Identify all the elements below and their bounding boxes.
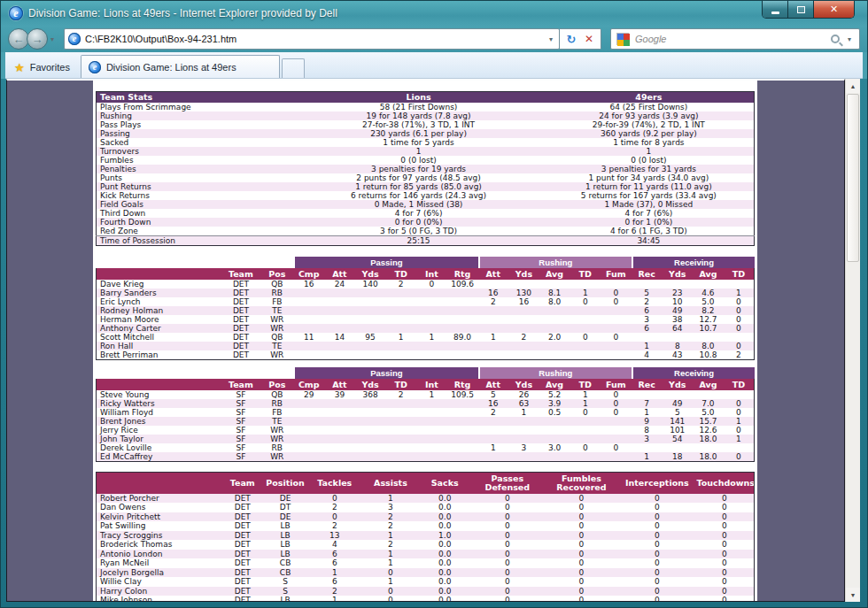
- cell-value: 0: [724, 297, 755, 306]
- cell-value: [508, 324, 539, 333]
- cell-value: 360 yards (9.2 per play): [544, 129, 755, 138]
- cell-value: 0: [695, 540, 755, 550]
- cell-value: [385, 399, 416, 408]
- new-tab-button[interactable]: [282, 58, 305, 78]
- cell-value: 0: [362, 596, 418, 602]
- cell-value: 8.0: [693, 342, 724, 350]
- minimize-icon: [771, 12, 779, 14]
- cell-value: SF: [221, 452, 261, 462]
- active-tab[interactable]: e Division Game: Lions at 49ers: [81, 55, 280, 78]
- cell-value: 0.0: [419, 550, 471, 559]
- blank-header-cell: [97, 268, 221, 280]
- table-row: Pass Plays27-for-38 (71%), 3 TD, 1 INT29…: [97, 120, 755, 129]
- cell-value: 29: [293, 390, 324, 399]
- cell-value: 8.2: [693, 306, 724, 315]
- cell-value: [385, 417, 416, 426]
- cell-value: [477, 342, 508, 350]
- close-button[interactable]: ✕: [814, 1, 854, 18]
- vertical-scrollbar[interactable]: ▲ ▼: [845, 79, 860, 602]
- favorites-button[interactable]: ★ Favorites: [5, 57, 81, 78]
- stop-button[interactable]: ✕: [580, 33, 598, 45]
- cell-value: [416, 289, 447, 297]
- search-box[interactable]: Google ▾: [610, 28, 860, 50]
- scroll-up-button[interactable]: ▲: [846, 79, 860, 93]
- cell-value: 11: [293, 333, 324, 342]
- back-icon: ←: [13, 33, 25, 46]
- cell-value: 0: [619, 587, 694, 596]
- table-row: William FloydSFFB210.500155.00: [97, 408, 755, 417]
- close-icon: ✕: [830, 4, 838, 15]
- player-name: Willie Clay: [97, 577, 221, 587]
- forward-button[interactable]: →: [27, 28, 48, 50]
- cell-value: 1: [632, 342, 663, 350]
- search-options-dropdown[interactable]: ▾: [848, 35, 851, 43]
- cell-value: DET: [221, 531, 264, 541]
- cell-value: [508, 417, 539, 426]
- cell-value: [324, 435, 355, 443]
- cell-value: DE: [264, 512, 306, 522]
- cell-value: 0.0: [419, 568, 471, 578]
- table-row: Harry ColonDETS200.00000: [97, 587, 755, 596]
- player-name: Kick Returns: [97, 191, 294, 200]
- recent-pages-dropdown[interactable]: ▾: [50, 35, 54, 43]
- cell-value: [416, 306, 447, 315]
- cell-value: [293, 324, 324, 333]
- player-name: William Floyd: [97, 408, 221, 417]
- table-row: Jocelyn BorgellaDETCB100.00000: [97, 568, 755, 578]
- search-magnifier-icon[interactable]: [831, 35, 840, 43]
- cell-value: 24: [324, 280, 355, 289]
- cell-value: 0: [570, 443, 601, 452]
- cell-value: 1 Made (37), 0 Missed: [544, 200, 755, 209]
- cell-value: DET: [221, 333, 261, 342]
- column-header: Yds: [662, 379, 693, 390]
- cell-value: [570, 315, 601, 324]
- table-row: Punts2 punts for 97 yards (48.5 avg)1 pu…: [97, 173, 755, 182]
- cell-value: 3 penalties for 31 yards: [544, 165, 755, 173]
- search-input[interactable]: Google: [635, 34, 831, 44]
- table-row: Ryan McNeilDETCB610.00000: [97, 558, 755, 568]
- cell-value: 49: [662, 306, 693, 315]
- player-name: Punt Returns: [97, 182, 294, 191]
- table-row: Sacked1 time for 5 yards1 time for 8 yar…: [97, 138, 755, 147]
- cell-value: 0: [695, 531, 755, 541]
- cell-value: [539, 350, 570, 360]
- scrollbar-thumb[interactable]: [847, 94, 859, 262]
- cell-value: [693, 333, 724, 342]
- table-row: Fumbles0 (0 lost)0 (0 lost): [97, 156, 755, 165]
- player-name: Brett Perriman: [97, 350, 221, 360]
- address-text[interactable]: C:\FB2K10\Output\Box-94-231.htm: [85, 34, 546, 44]
- cell-value: [355, 350, 386, 360]
- cell-value: 1: [306, 596, 362, 602]
- address-dropdown-icon[interactable]: ▾: [549, 35, 553, 43]
- address-bar[interactable]: e C:\FB2K10\Output\Box-94-231.htm ▾: [64, 28, 560, 50]
- cell-value: [293, 289, 324, 297]
- minimize-button[interactable]: [763, 1, 788, 18]
- cell-value: 25:15: [293, 236, 543, 246]
- cell-value: DET: [221, 494, 264, 504]
- cell-value: 54: [662, 435, 693, 443]
- cell-value: 23: [662, 289, 693, 297]
- column-header: Rtg: [447, 379, 478, 390]
- cell-value: 0: [471, 596, 544, 602]
- title-bar[interactable]: e Division Game: Lions at 49ers - Intern…: [1, 1, 867, 26]
- cell-value: 1: [416, 390, 447, 399]
- receiving-group-header: Receiving: [633, 257, 755, 268]
- cell-value: 0: [619, 540, 694, 550]
- window-controls: ✕: [762, 1, 855, 19]
- team-stats-body: Plays From Scrimmage58 (21 First Downs)6…: [97, 103, 755, 246]
- cell-value: 8: [662, 342, 693, 350]
- column-header: Int: [416, 379, 447, 390]
- player-name: Red Zone: [97, 227, 294, 236]
- cell-value: [724, 390, 755, 399]
- column-header: Avg: [539, 268, 570, 280]
- table-row: Ricky WattersSFRB16633.9107497.00: [97, 399, 755, 408]
- maximize-button[interactable]: [788, 1, 814, 18]
- cell-value: [508, 452, 539, 462]
- scroll-down-button[interactable]: ▼: [846, 588, 860, 602]
- player-name: Field Goals: [97, 200, 294, 209]
- cell-value: [293, 297, 324, 306]
- refresh-button[interactable]: ↻: [562, 33, 580, 46]
- player-name: Plays From Scrimmage: [97, 103, 294, 112]
- column-header: Fumbles Recovered: [544, 473, 619, 494]
- player-name: Jocelyn Borgella: [97, 568, 221, 578]
